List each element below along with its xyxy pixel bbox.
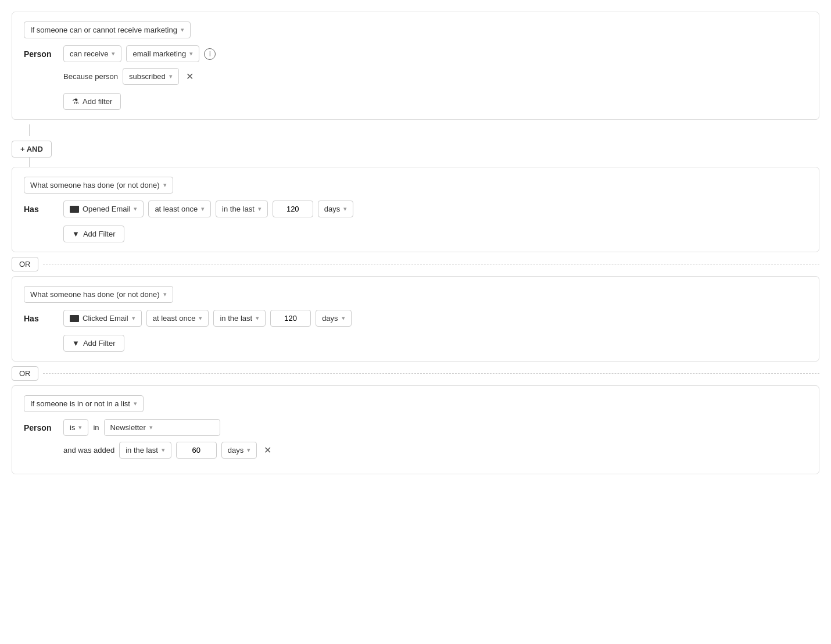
subscribed-dropdown[interactable]: subscribed ▾ xyxy=(123,68,179,85)
list-caret: ▾ xyxy=(149,424,153,431)
section2-add-filter-button[interactable]: ▼ Add Filter xyxy=(63,226,124,242)
person-label: Person xyxy=(24,49,59,59)
time-qualifier2-label: in the last xyxy=(220,314,252,323)
or-line-2 xyxy=(43,373,820,374)
section1-type-dropdown[interactable]: If someone can or cannot receive marketi… xyxy=(24,22,191,38)
unit2-label: days xyxy=(322,314,338,323)
section1-add-filter-label: Add filter xyxy=(83,97,112,106)
frequency2-caret: ▾ xyxy=(199,314,202,322)
is-label: is xyxy=(70,423,75,432)
section2-add-filter-label: Add Filter xyxy=(83,230,116,238)
clicked-email-icon xyxy=(70,315,79,322)
section4-type-dropdown[interactable]: If someone is in or not in a list ▾ xyxy=(24,395,144,412)
is-dropdown[interactable]: is ▾ xyxy=(63,419,88,436)
section-clicked-email: What someone has done (or not done) ▾ Ha… xyxy=(12,276,819,362)
section3-type-dropdown[interactable]: What someone has done (or not done) ▾ xyxy=(24,286,173,303)
remove-because-button[interactable]: ✕ xyxy=(184,71,196,82)
email-marketing-dropdown[interactable]: email marketing ▾ xyxy=(126,45,199,62)
can-receive-dropdown[interactable]: can receive ▾ xyxy=(63,45,121,62)
time-qualifier2-caret: ▾ xyxy=(256,314,259,322)
has-label-2: Has xyxy=(24,314,59,323)
section3-add-filter-label: Add Filter xyxy=(83,339,116,348)
event2-label: Clicked Email xyxy=(83,314,128,323)
section2-type-dropdown[interactable]: What someone has done (or not done) ▾ xyxy=(24,177,173,194)
can-receive-caret: ▾ xyxy=(112,50,115,58)
subscribed-caret: ▾ xyxy=(169,73,173,80)
unit1-dropdown[interactable]: days ▾ xyxy=(318,201,353,217)
and-button[interactable]: + AND xyxy=(12,141,52,158)
event2-dropdown[interactable]: Clicked Email ▾ xyxy=(63,310,142,327)
frequency1-label: at least once xyxy=(155,205,198,213)
or-line-1 xyxy=(43,264,820,264)
list-label: Newsletter xyxy=(110,423,146,432)
opened-email-icon xyxy=(70,206,79,213)
time-qualifier2-dropdown[interactable]: in the last ▾ xyxy=(213,310,266,327)
and-connector xyxy=(12,124,819,136)
or-connector-2: OR xyxy=(12,366,819,381)
unit1-caret: ▾ xyxy=(343,205,347,213)
because-label: Because person xyxy=(63,72,118,81)
event1-caret: ▾ xyxy=(134,205,137,213)
section1-type-label: If someone can or cannot receive marketi… xyxy=(30,26,177,34)
section4-type-label: If someone is in or not in a list xyxy=(30,399,130,408)
time-qualifier1-label: in the last xyxy=(222,205,255,213)
filter-icon-3: ▼ xyxy=(72,339,80,348)
filter-icon-1: ⚗ xyxy=(72,97,79,106)
frequency2-label: at least once xyxy=(153,314,196,323)
time-qualifier3-dropdown[interactable]: in the last ▾ xyxy=(119,442,171,459)
event2-caret: ▾ xyxy=(132,314,135,322)
list-dropdown[interactable]: Newsletter ▾ xyxy=(104,419,220,436)
frequency1-caret: ▾ xyxy=(201,205,205,213)
filter-icon-2: ▼ xyxy=(72,230,80,238)
or-connector-1: OR xyxy=(12,257,819,271)
section4-caret-icon: ▾ xyxy=(134,400,137,407)
section3-type-label: What someone has done (or not done) xyxy=(30,290,160,299)
time-qualifier3-label: in the last xyxy=(126,446,158,455)
count1-input[interactable]: 120 xyxy=(273,201,313,217)
info-icon[interactable]: i xyxy=(204,48,216,60)
email-marketing-caret: ▾ xyxy=(189,50,193,58)
time-qualifier1-caret: ▾ xyxy=(258,205,262,213)
section1-add-filter-button[interactable]: ⚗ Add filter xyxy=(63,93,121,110)
section-opened-email: What someone has done (or not done) ▾ Ha… xyxy=(12,167,819,252)
person-label-2: Person xyxy=(24,423,59,432)
can-receive-label: can receive xyxy=(70,49,108,58)
section-marketing-permission: If someone can or cannot receive marketi… xyxy=(12,12,819,120)
unit2-dropdown[interactable]: days ▾ xyxy=(316,310,351,327)
event1-label: Opened Email xyxy=(83,205,130,213)
section2-type-label: What someone has done (or not done) xyxy=(30,181,160,189)
or-button-2[interactable]: OR xyxy=(12,366,38,381)
unit1-label: days xyxy=(324,205,340,213)
remove-time-filter-button[interactable]: ✕ xyxy=(262,445,274,456)
time-qualifier1-dropdown[interactable]: in the last ▾ xyxy=(216,201,268,217)
email-marketing-label: email marketing xyxy=(132,49,186,58)
event1-dropdown[interactable]: Opened Email ▾ xyxy=(63,201,144,217)
was-added-label: and was added xyxy=(63,446,114,455)
section1-caret-icon: ▾ xyxy=(181,26,184,34)
frequency1-dropdown[interactable]: at least once ▾ xyxy=(148,201,211,217)
count2-input[interactable]: 120 xyxy=(270,310,311,327)
time-qualifier3-caret: ▾ xyxy=(162,446,165,454)
is-caret: ▾ xyxy=(78,424,82,431)
has-label-1: Has xyxy=(24,205,59,214)
section3-caret-icon: ▾ xyxy=(163,291,167,298)
section-list-membership: If someone is in or not in a list ▾ Pers… xyxy=(12,385,819,474)
unit3-dropdown[interactable]: days ▾ xyxy=(221,442,257,459)
subscribed-label: subscribed xyxy=(129,72,166,81)
or-button-1[interactable]: OR xyxy=(12,257,38,271)
section2-caret-icon: ▾ xyxy=(163,181,167,189)
in-label: in xyxy=(93,423,99,432)
section3-add-filter-button[interactable]: ▼ Add Filter xyxy=(63,335,124,352)
frequency2-dropdown[interactable]: at least once ▾ xyxy=(146,310,209,327)
unit3-caret: ▾ xyxy=(247,446,250,454)
count3-input[interactable]: 60 xyxy=(176,442,217,459)
unit3-label: days xyxy=(228,446,243,455)
unit2-caret: ▾ xyxy=(342,314,345,322)
